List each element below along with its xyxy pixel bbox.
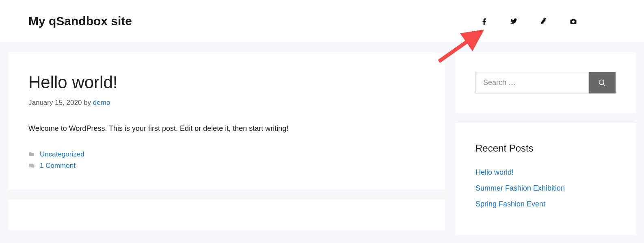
- svg-point-1: [599, 80, 604, 85]
- list-item: Spring Fashion Event: [475, 200, 616, 208]
- post-title[interactable]: Hello world!: [28, 73, 425, 92]
- recent-post-link[interactable]: Hello world!: [475, 168, 514, 176]
- category-link[interactable]: Uncategorized: [40, 150, 84, 158]
- main-column: Hello world! January 15, 2020 by demo We…: [8, 52, 445, 235]
- recent-post-link[interactable]: Summer Fashion Exhibition: [475, 184, 565, 192]
- site-header: My qSandbox site: [0, 0, 644, 42]
- recent-posts-title: Recent Posts: [475, 143, 616, 154]
- search-widget: [455, 52, 636, 113]
- post-by-label: by: [84, 99, 91, 106]
- search-input[interactable]: [475, 72, 589, 93]
- post-article: Hello world! January 15, 2020 by demo We…: [8, 52, 445, 189]
- post-category-row: Uncategorized: [28, 150, 425, 158]
- recent-post-link[interactable]: Spring Fashion Event: [475, 200, 545, 208]
- post-content: Welcome to WordPress. This is your first…: [28, 123, 425, 134]
- content-wrap: Hello world! January 15, 2020 by demo We…: [0, 42, 644, 235]
- camera-icon[interactable]: [570, 17, 577, 25]
- list-item: Summer Fashion Exhibition: [475, 184, 616, 193]
- post-date: January 15, 2020: [28, 99, 82, 106]
- list-item: Hello world!: [475, 168, 616, 177]
- search-button[interactable]: [589, 72, 616, 93]
- pinterest-icon[interactable]: [540, 17, 547, 25]
- comments-icon: [28, 163, 35, 169]
- comments-link[interactable]: 1 Comment: [40, 162, 76, 170]
- recent-posts-widget: Recent Posts Hello world! Summer Fashion…: [455, 123, 636, 235]
- folder-icon: [28, 151, 35, 158]
- site-title[interactable]: My qSandbox site: [28, 14, 132, 28]
- recent-posts-list: Hello world! Summer Fashion Exhibition S…: [475, 168, 616, 208]
- post-article-2: [8, 200, 445, 230]
- sidebar: Recent Posts Hello world! Summer Fashion…: [455, 52, 636, 235]
- search-form: [475, 72, 616, 93]
- post-author-link[interactable]: demo: [93, 99, 110, 106]
- social-icons: [481, 17, 616, 25]
- post-comments-row: 1 Comment: [28, 162, 425, 170]
- facebook-icon[interactable]: [481, 17, 488, 25]
- svg-line-2: [603, 84, 605, 86]
- twitter-icon[interactable]: [510, 17, 518, 25]
- search-icon: [598, 79, 606, 87]
- post-meta: January 15, 2020 by demo: [28, 99, 425, 107]
